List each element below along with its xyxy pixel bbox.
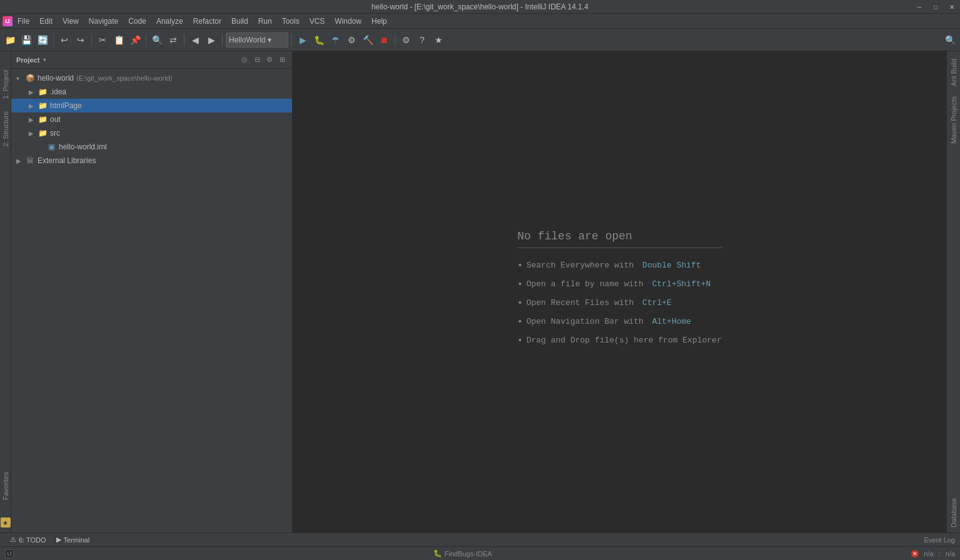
position-label2: n/a bbox=[946, 550, 955, 558]
menu-view[interactable]: View bbox=[58, 16, 84, 27]
panel-locate-button[interactable]: ◎ bbox=[240, 55, 250, 65]
hint-list: Search Everywhere with Double Shift Open… bbox=[517, 261, 721, 346]
status-center: 🐛 FindBugs-IDEA bbox=[14, 549, 911, 558]
project-tab[interactable]: 1: Project bbox=[2, 70, 9, 99]
redo-button[interactable]: ↪ bbox=[73, 32, 88, 48]
menu-code[interactable]: Code bbox=[123, 16, 151, 27]
panel-header-icons: ◎ ⊟ ⚙ ⊞ bbox=[240, 55, 287, 65]
todo-label: 6: TODO bbox=[19, 536, 46, 544]
shortcut-ctrl-shift-n: Ctrl+Shift+N bbox=[652, 279, 711, 289]
status-right: ✕ n/a : n/a bbox=[911, 550, 955, 558]
hint-dragdrop: Drag and Drop file(s) here from Explorer bbox=[517, 336, 721, 346]
project-panel-header: Project ▾ ◎ ⊟ ⚙ ⊞ bbox=[11, 51, 292, 69]
project-panel-title: Project bbox=[16, 56, 39, 64]
help-button[interactable]: ? bbox=[415, 32, 430, 48]
search-everywhere-button[interactable]: 🔍 bbox=[942, 32, 957, 48]
menu-file[interactable]: File bbox=[13, 16, 34, 27]
editor-area: No files are open Search Everywhere with… bbox=[293, 51, 946, 532]
tree-item-idea[interactable]: ▶ 📁 .idea bbox=[11, 85, 292, 99]
debug-button[interactable]: 🐛 bbox=[311, 32, 326, 48]
htmlpage-folder-icon: 📁 bbox=[38, 101, 48, 111]
iml-file-icon: ▣ bbox=[46, 142, 56, 152]
run-config-combo[interactable]: HelloWorld ▾ bbox=[226, 32, 288, 48]
coverage-button[interactable]: ☂ bbox=[328, 32, 343, 48]
menu-analyze[interactable]: Analyze bbox=[151, 16, 188, 27]
separator-4 bbox=[184, 34, 184, 46]
idea-arrow: ▶ bbox=[29, 89, 38, 96]
paste-button[interactable]: 📌 bbox=[128, 32, 143, 48]
out-arrow: ▶ bbox=[29, 116, 38, 123]
iml-label: hello-world.iml bbox=[59, 142, 107, 151]
menu-refactor[interactable]: Refactor bbox=[188, 16, 226, 27]
run-button[interactable]: ▶ bbox=[295, 32, 310, 48]
tree-item-external[interactable]: ▶ 🏛 External Libraries bbox=[11, 154, 292, 168]
root-label: hello-world bbox=[38, 74, 74, 82]
src-arrow: ▶ bbox=[29, 130, 38, 137]
tree-item-htmlpage[interactable]: ▶ 📁 htmlPage bbox=[11, 99, 292, 112]
panel-gear-button[interactable]: ⊞ bbox=[277, 55, 287, 65]
menu-build[interactable]: Build bbox=[226, 16, 253, 27]
close-button[interactable]: ✕ bbox=[944, 0, 960, 14]
extra-button[interactable]: ★ bbox=[431, 32, 446, 48]
hint-search-text: Search Everywhere with bbox=[527, 261, 639, 270]
maximize-button[interactable]: □ bbox=[927, 0, 944, 14]
tree-item-iml[interactable]: ▣ hello-world.iml bbox=[11, 140, 292, 154]
database-tab[interactable]: Database bbox=[947, 493, 960, 532]
chevron-down-icon: ▾ bbox=[268, 36, 271, 44]
back-button[interactable]: ◀ bbox=[188, 32, 203, 48]
panel-settings-button[interactable]: ⚙ bbox=[265, 55, 275, 65]
menu-run[interactable]: Run bbox=[253, 16, 277, 27]
build-button[interactable]: 🔨 bbox=[360, 32, 375, 48]
structure-tab[interactable]: 2: Structure bbox=[2, 111, 9, 147]
cut-button[interactable]: ✂ bbox=[95, 32, 110, 48]
event-log-label[interactable]: Event Log bbox=[924, 536, 955, 544]
tree-item-out[interactable]: ▶ 📁 out bbox=[11, 112, 292, 126]
favorites-tab[interactable]: Favorites bbox=[2, 472, 9, 500]
status-icon: IJ bbox=[5, 549, 14, 558]
ant-button[interactable]: ⚙ bbox=[344, 32, 359, 48]
open-button[interactable]: 📁 bbox=[3, 32, 18, 48]
toolbar: 📁 💾 🔄 ↩ ↪ ✂ 📋 📌 🔍 ⇄ ◀ ▶ HelloWorld ▾ ▶ 🐛… bbox=[0, 29, 960, 51]
forward-button[interactable]: ▶ bbox=[204, 32, 219, 48]
minimize-button[interactable]: ─ bbox=[911, 0, 927, 14]
todo-icon: ⚠ bbox=[10, 536, 16, 544]
status-left: IJ bbox=[5, 549, 14, 558]
menu-tools[interactable]: Tools bbox=[277, 16, 305, 27]
shortcut-double-shift: Double Shift bbox=[642, 261, 701, 270]
menu-vcs[interactable]: VCS bbox=[305, 16, 330, 27]
hint-dragdrop-text: Drag and Drop file(s) here from Explorer bbox=[527, 336, 722, 345]
maven-projects-tab[interactable]: Maven Projects bbox=[947, 91, 960, 149]
undo-button[interactable]: ↩ bbox=[57, 32, 72, 48]
menu-navigate[interactable]: Navigate bbox=[84, 16, 123, 27]
tree-root[interactable]: ▾ 📦 hello-world (E:\git_work_space\hello… bbox=[11, 71, 292, 85]
terminal-tab[interactable]: ▶ Terminal bbox=[51, 533, 95, 547]
find-button[interactable]: 🔍 bbox=[149, 32, 164, 48]
panel-collapse-button[interactable]: ⊟ bbox=[252, 55, 262, 65]
settings-button[interactable]: ⚙ bbox=[398, 32, 413, 48]
menu-edit[interactable]: Edit bbox=[34, 16, 58, 27]
findbugs-icon: 🐛 bbox=[433, 549, 442, 558]
hint-open-name-text: Open a file by name with bbox=[527, 279, 649, 289]
ant-build-tab[interactable]: Ant Build bbox=[947, 54, 960, 91]
idea-folder-icon: 📁 bbox=[38, 87, 48, 97]
ext-arrow: ▶ bbox=[16, 158, 25, 164]
panel-title-arrow[interactable]: ▾ bbox=[43, 56, 46, 63]
refresh-button[interactable]: 🔄 bbox=[35, 32, 50, 48]
bottom-bar: ⚠ 6: TODO ▶ Terminal Event Log bbox=[0, 532, 960, 546]
stop-button[interactable]: ⏹ bbox=[376, 32, 392, 48]
hint-search: Search Everywhere with Double Shift bbox=[517, 261, 721, 271]
copy-button[interactable]: 📋 bbox=[111, 32, 126, 48]
shortcut-alt-home: Alt+Home bbox=[652, 317, 691, 326]
menu-help[interactable]: Help bbox=[366, 16, 392, 27]
position-label: n/a bbox=[924, 550, 933, 558]
todo-tab[interactable]: ⚠ 6: TODO bbox=[5, 533, 51, 547]
tree-item-src[interactable]: ▶ 📁 src bbox=[11, 126, 292, 140]
replace-button[interactable]: ⇄ bbox=[166, 32, 181, 48]
menu-window[interactable]: Window bbox=[330, 16, 366, 27]
src-folder-icon: 📁 bbox=[38, 128, 48, 138]
save-all-button[interactable]: 💾 bbox=[19, 32, 34, 48]
side-panel-tabs: 1: Project 2: Structure Favorites ★ bbox=[0, 51, 11, 532]
idea-label: .idea bbox=[50, 88, 66, 96]
window-title: hello-world - [E:\git_work_space\hello-w… bbox=[371, 2, 589, 11]
main-area: 1: Project 2: Structure Favorites ★ Proj… bbox=[0, 51, 960, 532]
